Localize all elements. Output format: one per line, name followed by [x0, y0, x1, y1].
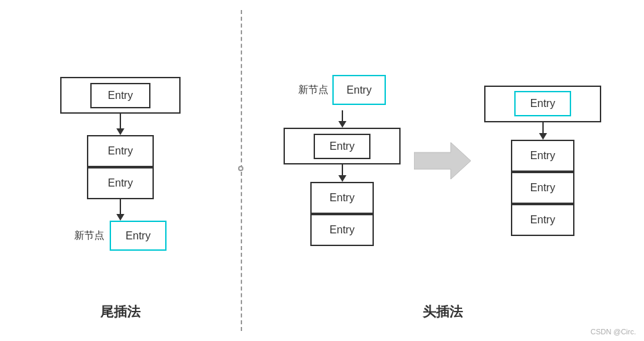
new-node-row: 新节点 Entry — [74, 221, 167, 251]
watermark: CSDN @Circ. — [591, 328, 636, 336]
mid-node-1: Entry — [87, 135, 154, 167]
arrow-line-r1 — [342, 110, 343, 121]
arrow-head-a1 — [539, 133, 547, 140]
new-node-box-top: Entry — [332, 75, 386, 105]
after-small-3: Entry — [511, 204, 574, 236]
before-small-entry-2: Entry — [330, 224, 354, 236]
before-head-outer: Entry — [284, 128, 401, 164]
right-title: 头插法 — [423, 303, 463, 321]
before-state: 新节点 Entry Entry — [284, 75, 401, 246]
before-small-2: Entry — [310, 214, 374, 246]
after-small-entry-1: Entry — [530, 150, 555, 162]
mid-node-2: Entry — [87, 167, 154, 199]
arrow-line-1 — [120, 114, 121, 128]
mid-entry-1: Entry — [108, 145, 132, 157]
top-outer-box: Entry — [60, 77, 181, 114]
svg-marker-0 — [414, 142, 471, 179]
arrow-head-r1 — [338, 121, 346, 128]
new-node-entry-left: Entry — [126, 230, 150, 242]
top-entry-text: Entry — [108, 90, 132, 102]
after-head-inner: Entry — [514, 91, 571, 116]
new-node-top-entry: Entry — [346, 84, 371, 96]
left-title: 尾插法 — [100, 303, 140, 321]
arrow-line-r2 — [342, 164, 343, 175]
new-node-top-row: 新节点 Entry — [298, 75, 386, 105]
before-head-inner: Entry — [314, 134, 370, 159]
arrow-line-2 — [120, 199, 121, 214]
top-inner-box: Entry — [90, 83, 150, 108]
middle-nodes: Entry Entry — [87, 135, 154, 199]
right-content: 新节点 Entry Entry — [241, 75, 644, 246]
arrow-head-1 — [116, 128, 124, 135]
after-state: Entry Entry Entry Entry — [484, 86, 601, 236]
arrow-down-2 — [116, 199, 124, 221]
after-small-entry-3: Entry — [530, 214, 555, 226]
left-panel: Entry Entry Entry — [0, 0, 241, 341]
new-node-box-left: Entry — [110, 221, 167, 251]
mid-entry-2: Entry — [108, 177, 132, 189]
after-small-entry-2: Entry — [530, 182, 555, 194]
right-panel: 新节点 Entry Entry — [241, 0, 644, 341]
arrow-down-after-1 — [539, 122, 547, 140]
big-arrow — [414, 142, 471, 179]
arrow-down-1 — [116, 114, 124, 135]
top-node: Entry — [60, 77, 181, 114]
arrow-head-r2 — [338, 175, 346, 182]
new-node-label-left: 新节点 — [74, 229, 104, 242]
after-small-1: Entry — [511, 140, 574, 172]
new-node-label-right: 新节点 — [298, 84, 328, 96]
after-small-2: Entry — [511, 172, 574, 204]
before-head-entry: Entry — [330, 140, 354, 152]
arrow-down-right-1 — [338, 110, 346, 128]
after-head-outer: Entry — [484, 86, 601, 122]
arrow-head-2 — [116, 214, 124, 221]
arrow-right-svg — [414, 142, 471, 179]
before-small-entry-1: Entry — [330, 192, 354, 204]
left-content: Entry Entry Entry — [60, 77, 181, 251]
arrow-down-right-2 — [338, 164, 346, 182]
after-head-entry: Entry — [530, 98, 555, 110]
main-container: Entry Entry Entry — [0, 0, 644, 341]
arrow-line-a1 — [542, 122, 544, 133]
before-small-1: Entry — [310, 182, 374, 214]
